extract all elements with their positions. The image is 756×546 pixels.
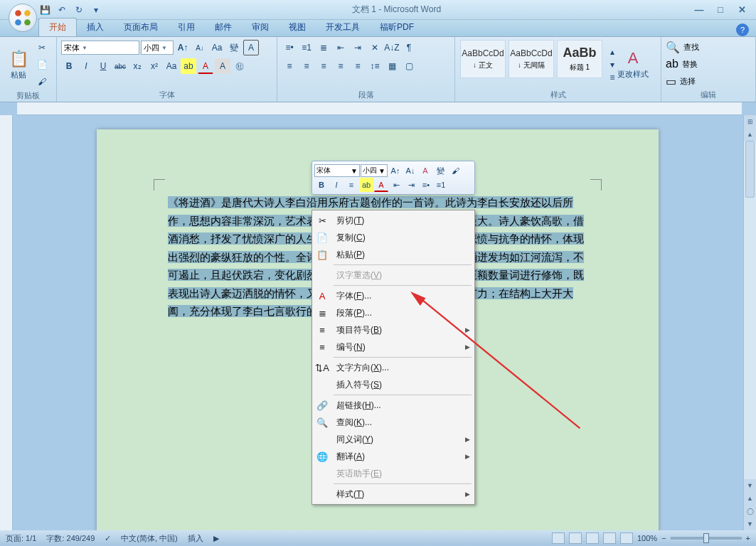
- change-case-button[interactable]: Aa: [164, 58, 179, 74]
- save-icon[interactable]: 💾: [38, 4, 51, 16]
- mini-format-painter[interactable]: 🖌: [448, 164, 462, 178]
- cm-copy[interactable]: 📄复制(C): [312, 229, 474, 246]
- copy-button[interactable]: 📄: [34, 57, 50, 73]
- char-shading-button[interactable]: A: [215, 58, 230, 74]
- mini-pinyin[interactable]: 變: [433, 164, 447, 178]
- mini-decrease-indent[interactable]: ⇤: [389, 178, 403, 192]
- status-proofing-icon[interactable]: ✓: [105, 534, 111, 543]
- align-center-button[interactable]: ≡: [299, 58, 314, 74]
- line-spacing-button[interactable]: ↕≡: [367, 58, 383, 74]
- vertical-scrollbar[interactable]: ⊞ ▲ ▼ ▲ ◯ ▼: [743, 115, 756, 530]
- sort-button[interactable]: A↓Z: [384, 40, 400, 55]
- style-nospace[interactable]: AaBbCcDd ↓ 无间隔: [509, 40, 554, 78]
- cm-translate[interactable]: 🌐翻译(A)▶: [312, 448, 474, 465]
- grow-font-button[interactable]: A↑: [175, 40, 191, 55]
- italic-button[interactable]: I: [78, 58, 94, 74]
- numbering-button[interactable]: ≡1: [299, 40, 314, 55]
- help-icon[interactable]: ?: [736, 23, 749, 36]
- tab-layout[interactable]: 页面布局: [114, 18, 168, 36]
- zoom-level[interactable]: 100%: [637, 534, 657, 542]
- char-border-button[interactable]: A: [243, 40, 259, 55]
- scroll-thumb[interactable]: [745, 141, 755, 198]
- prev-page-button[interactable]: ▲: [744, 492, 756, 505]
- mini-numbering[interactable]: ≡1: [434, 178, 448, 192]
- mini-center[interactable]: ≡: [344, 178, 358, 192]
- mini-styles[interactable]: A: [418, 164, 432, 178]
- select-button[interactable]: ▭选择: [666, 75, 699, 88]
- mini-increase-indent[interactable]: ⇥: [404, 178, 418, 192]
- mini-bold[interactable]: B: [314, 178, 329, 192]
- cm-synonym[interactable]: 同义词(Y)▶: [312, 431, 474, 448]
- pinyin-button[interactable]: 變: [226, 40, 242, 55]
- enclose-char-button[interactable]: ㊓: [232, 58, 247, 74]
- shading-button[interactable]: ▦: [384, 58, 400, 74]
- close-button[interactable]: ✕: [733, 4, 750, 16]
- borders-button[interactable]: ▢: [401, 58, 417, 74]
- underline-button[interactable]: U: [95, 58, 111, 74]
- justify-button[interactable]: ≡: [333, 58, 348, 74]
- cm-paragraph[interactable]: ≣段落(P)...: [312, 304, 474, 321]
- mini-grow-font[interactable]: A↑: [388, 164, 403, 178]
- cm-paste[interactable]: 📋粘贴(P): [312, 246, 474, 263]
- zoom-thumb[interactable]: [703, 533, 709, 543]
- tab-developer[interactable]: 开发工具: [316, 18, 370, 36]
- mini-font-family[interactable]: 宋体▼: [314, 164, 360, 177]
- font-family-combo[interactable]: 宋体▼: [61, 41, 139, 55]
- increase-indent-button[interactable]: ⇥: [350, 40, 366, 55]
- mini-shrink-font[interactable]: A↓: [403, 164, 417, 178]
- zoom-slider[interactable]: [671, 537, 742, 540]
- cm-numbering[interactable]: ≡编号(N)▶: [312, 338, 474, 355]
- tab-insert[interactable]: 插入: [77, 18, 114, 36]
- clear-format-button[interactable]: Aa: [209, 40, 225, 55]
- undo-icon[interactable]: ↶: [55, 4, 68, 16]
- bold-button[interactable]: B: [61, 58, 77, 74]
- mini-highlight[interactable]: ab: [359, 178, 373, 192]
- superscript-button[interactable]: x²: [147, 58, 162, 74]
- tab-home[interactable]: 开始: [38, 18, 77, 36]
- status-page[interactable]: 页面: 1/1: [6, 533, 36, 544]
- tab-review[interactable]: 审阅: [242, 18, 279, 36]
- zoom-in-button[interactable]: +: [746, 534, 750, 542]
- shrink-font-button[interactable]: A↓: [192, 40, 208, 55]
- change-styles-button[interactable]: A 更改样式: [616, 40, 650, 89]
- next-page-button[interactable]: ▼: [744, 518, 756, 530]
- cm-cut[interactable]: ✂剪切(T): [312, 212, 474, 229]
- cm-symbol[interactable]: 插入符号(S): [312, 376, 474, 393]
- cm-lookup[interactable]: 🔍查阅(K)...: [312, 414, 474, 431]
- vertical-ruler[interactable]: [0, 115, 13, 530]
- scroll-up-button[interactable]: ▲: [744, 128, 756, 141]
- minimize-button[interactable]: —: [691, 4, 708, 16]
- cm-bullets[interactable]: ≡项目符号(B)▶: [312, 321, 474, 338]
- qat-more-icon[interactable]: ▾: [90, 4, 102, 16]
- style-heading1[interactable]: AaBb 标题 1: [557, 40, 602, 78]
- mini-bullets[interactable]: ≡•: [419, 178, 433, 192]
- status-record-icon[interactable]: ▶: [213, 534, 219, 543]
- view-full-reading[interactable]: [569, 532, 582, 544]
- status-lang[interactable]: 中文(简体, 中国): [121, 533, 177, 544]
- horizontal-ruler[interactable]: [17, 102, 742, 115]
- strike-button[interactable]: abc: [112, 58, 128, 74]
- decrease-indent-button[interactable]: ⇤: [333, 40, 348, 55]
- scroll-down-button[interactable]: ▼: [744, 479, 756, 492]
- office-button[interactable]: [9, 4, 37, 32]
- distribute-button[interactable]: ≡: [350, 58, 366, 74]
- font-color-button[interactable]: A: [198, 58, 213, 74]
- cm-style[interactable]: 样式(T)▶: [312, 486, 474, 503]
- view-draft[interactable]: [620, 532, 633, 544]
- cm-font[interactable]: A字体(F)...: [312, 287, 474, 304]
- status-insert[interactable]: 插入: [188, 533, 203, 544]
- redo-icon[interactable]: ↻: [73, 4, 85, 16]
- show-marks-button[interactable]: ¶: [401, 40, 417, 55]
- status-words[interactable]: 字数: 249/249: [46, 533, 95, 544]
- tab-view[interactable]: 视图: [279, 18, 316, 36]
- ruler-toggle-button[interactable]: ⊞: [744, 115, 756, 128]
- mini-italic[interactable]: I: [329, 178, 344, 192]
- view-web-layout[interactable]: [586, 532, 599, 544]
- cm-hyperlink[interactable]: 🔗超链接(H)...: [312, 397, 474, 414]
- cut-button[interactable]: ✂: [34, 40, 50, 55]
- multilevel-button[interactable]: ≣: [316, 40, 331, 55]
- paste-button[interactable]: 📋 粘贴: [4, 40, 33, 90]
- maximize-button[interactable]: □: [712, 4, 729, 16]
- highlight-button[interactable]: ab: [181, 58, 196, 74]
- cn-layout-button[interactable]: ✕: [367, 40, 383, 55]
